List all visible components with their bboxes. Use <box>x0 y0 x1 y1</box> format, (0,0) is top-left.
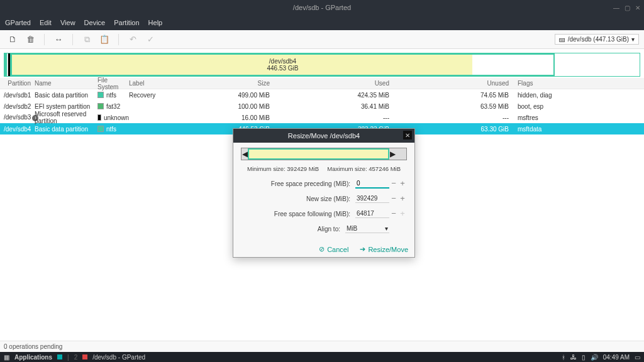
menu-edit[interactable]: Edit <box>40 19 52 26</box>
map-sdb4[interactable]: /dev/sdb4 446.53 GiB <box>10 53 555 76</box>
spin-up-icon[interactable]: + <box>398 195 407 202</box>
fs-swatch <box>97 103 104 109</box>
network-icon[interactable]: 🖧 <box>570 354 577 361</box>
col-unused[interactable]: Unused <box>394 80 514 87</box>
taskbar: ▦ Applications | 2 /dev/sdb - GParted ᚼ … <box>0 352 644 362</box>
toolbar: 🗋 🗑 ↔ ⧉ 📋 ↶ ✓ 🖴 /dev/sdb (447.13 GiB) ▾ <box>0 30 644 49</box>
handle-right-icon[interactable]: ▶ <box>389 150 396 158</box>
show-desktop-icon[interactable]: ▭ <box>635 354 640 361</box>
preceding-label: Free space preceding (MiB): <box>241 180 355 187</box>
undo-icon[interactable]: ↶ <box>125 33 140 47</box>
delete-icon[interactable]: 🗑 <box>23 33 38 47</box>
device-selector[interactable]: 🖴 /dev/sdb (447.13 GiB) ▾ <box>555 34 639 45</box>
map-label-top: /dev/sdb4 <box>269 58 296 65</box>
spin-up-icon[interactable]: + <box>398 180 407 187</box>
window-controls: — ▢ ✕ <box>613 4 640 11</box>
col-partition[interactable]: Partition <box>0 80 35 87</box>
col-filesystem[interactable]: File System <box>97 77 129 90</box>
paste-icon[interactable]: 📋 <box>97 33 112 47</box>
workspace-2-icon[interactable]: 2 <box>74 354 78 361</box>
close-icon[interactable]: ✕ <box>635 4 640 11</box>
table-row[interactable]: /dev/sdb3iMicrosoft reserved partitionun… <box>0 112 644 123</box>
align-select[interactable]: MiB ▾ <box>345 224 389 233</box>
resize-move-button[interactable]: ➔ Resize/Move <box>360 245 408 253</box>
dialog-close-icon[interactable]: ✕ <box>403 131 412 140</box>
volume-icon[interactable]: 🔊 <box>591 354 598 361</box>
following-label: Free space following (MiB): <box>241 211 355 217</box>
arrow-right-icon: ➔ <box>360 245 365 253</box>
fs-swatch <box>97 114 101 121</box>
resize-icon[interactable]: ↔ <box>51 33 66 47</box>
handle-left-icon[interactable]: ◀ <box>242 150 248 158</box>
dialog-titlebar[interactable]: Resize/Move /dev/sdb4 ✕ <box>233 129 414 143</box>
max-size-label: Maximum size: 457246 MiB <box>327 165 401 172</box>
following-input[interactable]: 64817 <box>355 209 389 218</box>
map-label-bottom: 446.53 GiB <box>267 65 298 72</box>
col-used[interactable]: Used <box>275 80 394 87</box>
copy-icon[interactable]: ⧉ <box>79 33 94 47</box>
battery-icon[interactable]: ▯ <box>582 354 586 361</box>
menubar: GParted Edit View Device Partition Help <box>0 15 644 30</box>
col-size[interactable]: Size <box>206 80 275 87</box>
preceding-input[interactable]: 0 <box>355 179 389 189</box>
menu-device[interactable]: Device <box>84 19 106 26</box>
disk-map[interactable]: /dev/sdb4 446.53 GiB <box>4 53 640 77</box>
separator <box>44 34 45 45</box>
minimize-icon[interactable]: — <box>613 4 619 11</box>
spin-down-icon[interactable]: − <box>389 180 398 187</box>
chevron-down-icon: ▾ <box>631 36 635 43</box>
device-label: /dev/sdb (447.13 GiB) <box>568 36 629 43</box>
separator <box>118 34 119 45</box>
fs-swatch <box>97 92 104 98</box>
chevron-down-icon: ▾ <box>385 225 388 232</box>
apps-menu-label[interactable]: Applications <box>14 354 52 361</box>
fs-swatch <box>97 126 104 132</box>
apply-label: Resize/Move <box>368 246 408 253</box>
newsize-input[interactable]: 392429 <box>355 194 389 203</box>
cancel-icon: ⊘ <box>319 245 325 253</box>
separator <box>72 34 73 45</box>
status-text: 0 operations pending <box>4 343 62 350</box>
menu-help[interactable]: Help <box>148 19 163 26</box>
new-icon[interactable]: 🗋 <box>5 33 20 47</box>
col-label[interactable]: Label <box>129 80 206 87</box>
spin-down-icon[interactable]: − <box>389 210 398 217</box>
task-item[interactable]: /dev/sdb - GParted <box>92 354 145 361</box>
align-value: MiB <box>347 225 357 232</box>
clock[interactable]: 04:49 AM <box>603 354 630 361</box>
menu-view[interactable]: View <box>60 19 75 26</box>
menu-partition[interactable]: Partition <box>114 19 139 26</box>
maximize-icon[interactable]: ▢ <box>625 4 630 11</box>
newsize-label: New size (MiB): <box>241 195 355 202</box>
titlebar: /dev/sdb - GParted — ▢ ✕ <box>0 0 644 15</box>
resize-dialog: Resize/Move /dev/sdb4 ✕ ◀ ▶ Minimum size… <box>233 128 415 258</box>
col-name[interactable]: Name <box>35 80 97 87</box>
spin-up-icon[interactable]: + <box>398 210 407 217</box>
cancel-button[interactable]: ⊘ Cancel <box>319 245 348 253</box>
statusbar: 0 operations pending <box>0 341 644 352</box>
menu-gparted[interactable]: GParted <box>5 19 31 26</box>
resize-fill[interactable] <box>248 148 389 160</box>
workspace-1-icon[interactable] <box>57 354 62 359</box>
spin-down-icon[interactable]: − <box>389 195 398 202</box>
align-label: Align to: <box>241 226 345 233</box>
partition-table-header: Partition Name File System Label Size Us… <box>0 78 644 89</box>
bluetooth-icon[interactable]: ᚼ <box>562 354 565 361</box>
resize-slider[interactable]: ◀ ▶ <box>241 148 407 160</box>
apply-icon[interactable]: ✓ <box>143 33 158 47</box>
cancel-label: Cancel <box>327 246 348 253</box>
map-unallocated[interactable] <box>555 53 640 76</box>
apps-menu-icon[interactable]: ▦ <box>4 354 9 361</box>
dialog-title: Resize/Move /dev/sdb4 <box>288 132 360 140</box>
disk-icon: 🖴 <box>559 36 565 43</box>
col-flags[interactable]: Flags <box>514 80 627 87</box>
task-icon[interactable] <box>82 354 87 359</box>
window-title: /dev/sdb - GParted <box>293 4 351 11</box>
table-row[interactable]: /dev/sdb1Basic data partitionntfsRecover… <box>0 89 644 101</box>
min-size-label: Minimum size: 392429 MiB <box>247 165 319 172</box>
